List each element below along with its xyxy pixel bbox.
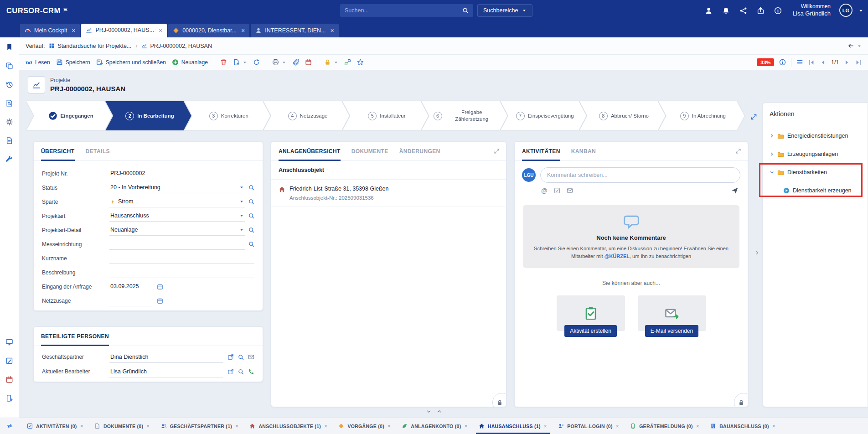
process-step[interactable]: 4 Netzzusage [264, 101, 349, 130]
export-icon[interactable] [757, 7, 765, 15]
panel-tab[interactable]: ANLAGENÜBERSICHT [279, 142, 341, 160]
history-icon[interactable] [5, 81, 13, 88]
action-folder[interactable]: Erzeugungsanlagen [770, 145, 861, 163]
quick-action-button[interactable]: E-Mail versenden [645, 325, 698, 337]
nav-last-icon[interactable] [855, 59, 862, 66]
send-icon[interactable] [731, 187, 739, 194]
field-input[interactable]: Hausanschluss [109, 210, 245, 222]
action-folder[interactable]: Energiedienstleistungen [770, 127, 861, 145]
open-record-icon[interactable] [227, 368, 234, 375]
dropdown-caret-icon[interactable] [239, 199, 244, 204]
process-step[interactable]: 6 Freigabe Zählersetzung [422, 101, 507, 130]
read-button[interactable]: Lesen [26, 59, 50, 66]
window-tab[interactable]: PRJ-0000002, HAUS... × [81, 24, 167, 37]
process-step[interactable]: 5 Installateur [342, 101, 428, 130]
device-plus-icon[interactable] [5, 394, 13, 402]
field-input[interactable] [109, 295, 153, 306]
process-step[interactable]: 3 Korrekturen [185, 101, 270, 130]
process-step[interactable]: 2 In Bearbeitung [105, 101, 191, 130]
notifications-bell-icon[interactable] [722, 7, 730, 15]
search-input[interactable] [345, 7, 459, 14]
arrow-left-icon[interactable] [847, 42, 854, 49]
actions-panel-collapse-handle[interactable] [753, 246, 760, 259]
gear-icon[interactable] [5, 118, 13, 126]
field-input[interactable]: Neuanlage [109, 224, 245, 236]
caret-down-icon[interactable] [243, 60, 247, 65]
search-scope-button[interactable]: Suchbereiche [477, 4, 532, 17]
chevron-up-icon[interactable] [437, 409, 442, 414]
footer-tab[interactable]: ANLAGENKONTO (0) × [402, 418, 468, 434]
close-tab-icon[interactable]: × [241, 27, 245, 34]
chevron-right-icon[interactable] [770, 152, 774, 156]
document-icon[interactable] [5, 137, 13, 145]
lookup-search-icon[interactable] [248, 213, 254, 219]
close-icon[interactable]: × [388, 423, 391, 429]
comment-input-wrap[interactable] [540, 167, 740, 183]
bookmark-icon[interactable] [5, 43, 13, 51]
menu-icon[interactable] [796, 59, 803, 66]
panel-expand-icon[interactable] [494, 148, 500, 154]
field-input[interactable]: Dina Dienstlich [109, 351, 223, 363]
lookup-search-icon[interactable] [248, 199, 254, 205]
dropdown-caret-icon[interactable] [239, 227, 244, 232]
lookup-search-icon[interactable] [248, 185, 254, 191]
close-icon[interactable]: × [80, 423, 83, 429]
nav-first-icon[interactable] [808, 59, 815, 66]
action-folder[interactable]: Dienstbarkeiten [770, 163, 861, 181]
sync-icon[interactable] [6, 423, 13, 429]
open-record-icon[interactable] [227, 354, 234, 360]
comment-input[interactable] [547, 172, 734, 178]
monitor-icon[interactable] [5, 338, 13, 346]
search-icon[interactable] [462, 7, 469, 14]
panel-tab[interactable]: ÄNDERUNGEN [399, 142, 440, 160]
close-icon[interactable]: × [616, 423, 619, 429]
task-check-icon[interactable] [554, 187, 560, 194]
calendar-picker-icon[interactable] [157, 284, 163, 290]
action-item-dienstbarkeit-erzeugen[interactable]: Dienstbarkeit erzeugen [770, 181, 861, 200]
field-input[interactable]: 20 - In Vorbereitung [109, 182, 245, 193]
process-step[interactable]: 8 Abbruch/ Storno [579, 101, 665, 130]
doc-search-icon[interactable] [5, 99, 13, 107]
panel-tab[interactable]: BETEILIGTE PERSONEN [41, 327, 109, 346]
close-tab-icon[interactable]: × [331, 27, 334, 34]
caret-down-icon[interactable] [334, 60, 338, 65]
footer-tab[interactable]: DOKUMENTE (0) × [94, 418, 150, 434]
field-input[interactable]: 03.09.2025 [109, 281, 153, 292]
panel-lock-button[interactable] [734, 393, 748, 407]
panel-tab[interactable]: ÜBERSICHT [41, 142, 75, 160]
chevron-right-icon[interactable] [770, 170, 774, 175]
field-input[interactable]: PRJ-0000002 [109, 168, 254, 179]
field-input[interactable] [109, 253, 254, 264]
delete-trash-icon[interactable] [220, 59, 227, 66]
footer-tab[interactable]: PORTAL-LOGIN (0) × [558, 418, 619, 434]
paperclip-icon[interactable] [292, 59, 299, 66]
lock-button[interactable] [324, 59, 338, 66]
user-presence-icon[interactable] [705, 7, 713, 15]
global-search[interactable] [340, 4, 473, 17]
close-icon[interactable]: × [772, 423, 775, 429]
lookup-search-icon[interactable] [248, 227, 254, 233]
close-icon[interactable]: × [146, 423, 150, 429]
caret-down-icon[interactable] [282, 60, 286, 65]
panel-tab[interactable]: DETAILS [86, 142, 110, 160]
refresh-icon[interactable] [253, 59, 260, 66]
calendar-picker-icon[interactable] [157, 298, 163, 304]
lookup-search-icon[interactable] [238, 354, 244, 360]
share-icon[interactable] [739, 7, 747, 15]
field-input[interactable]: Strom [109, 196, 245, 207]
field-input[interactable] [109, 238, 245, 250]
footer-tab[interactable]: GESCHÄFTSPARTNER (1) × [161, 418, 239, 434]
close-tab-icon[interactable]: × [159, 27, 162, 34]
panel-tab[interactable]: KANBAN [571, 142, 596, 160]
copy-windows-icon[interactable] [5, 62, 13, 70]
wrench-icon[interactable] [5, 155, 13, 163]
footer-tab[interactable]: ANSCHLUSSOBJEKTE (1) × [249, 418, 327, 434]
window-tab[interactable]: INTERESSENT, DIEN... × [251, 24, 339, 37]
mail-icon[interactable] [567, 187, 573, 194]
footer-tab[interactable]: HAUSANSCHLUSS (1) × [479, 418, 547, 434]
save-close-button[interactable]: Speichern und schließen [96, 59, 166, 66]
new-record-button[interactable]: Neuanlage [172, 59, 208, 66]
favorite-star-icon[interactable] [357, 59, 364, 66]
close-icon[interactable]: × [324, 423, 327, 429]
breadcrumb-item-record[interactable]: PRJ-0000002, HAUSAN [141, 43, 212, 49]
